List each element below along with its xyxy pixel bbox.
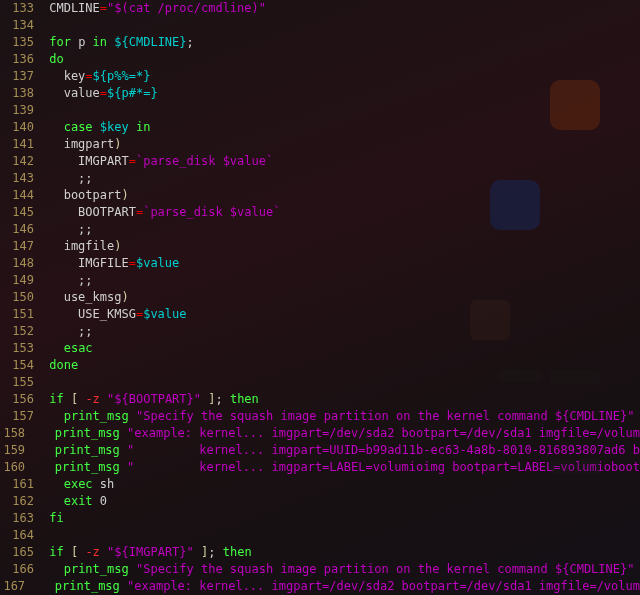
line-code[interactable]: case $key in bbox=[42, 119, 150, 136]
line-number: 153 bbox=[0, 340, 42, 357]
line-number: 139 bbox=[0, 102, 42, 119]
line-code[interactable]: imgfile) bbox=[42, 238, 121, 255]
code-line[interactable]: 154 done bbox=[0, 357, 640, 374]
code-line[interactable]: 164 bbox=[0, 527, 640, 544]
line-number: 159 bbox=[0, 442, 33, 459]
code-lines[interactable]: 133 CMDLINE="$(cat /proc/cmdline)"134135… bbox=[0, 0, 640, 595]
line-code[interactable]: print_msg "example: kernel... imgpart=/d… bbox=[33, 578, 640, 595]
line-code[interactable]: print_msg " kernel... imgpart=UUID=b99ad… bbox=[33, 442, 640, 459]
line-code[interactable]: fi bbox=[42, 510, 64, 527]
line-code[interactable]: print_msg " kernel... imgpart=LABEL=volu… bbox=[33, 459, 640, 476]
code-line[interactable]: 157 print_msg "Specify the squash image … bbox=[0, 408, 640, 425]
line-number: 145 bbox=[0, 204, 42, 221]
line-number: 135 bbox=[0, 34, 42, 51]
line-number: 163 bbox=[0, 510, 42, 527]
line-code[interactable]: BOOTPART=`parse_disk $value` bbox=[42, 204, 280, 221]
code-line[interactable]: 140 case $key in bbox=[0, 119, 640, 136]
line-number: 158 bbox=[0, 425, 33, 442]
line-number: 166 bbox=[0, 561, 42, 578]
line-code[interactable]: USE_KMSG=$value bbox=[42, 306, 187, 323]
line-number: 143 bbox=[0, 170, 42, 187]
line-number: 142 bbox=[0, 153, 42, 170]
line-code[interactable]: for p in ${CMDLINE}; bbox=[42, 34, 194, 51]
code-line[interactable]: 166 print_msg "Specify the squash image … bbox=[0, 561, 640, 578]
line-number: 162 bbox=[0, 493, 42, 510]
code-line[interactable]: 146 ;; bbox=[0, 221, 640, 238]
line-code[interactable]: use_kmsg) bbox=[42, 289, 129, 306]
line-number: 152 bbox=[0, 323, 42, 340]
line-number: 141 bbox=[0, 136, 42, 153]
line-number: 150 bbox=[0, 289, 42, 306]
line-number: 136 bbox=[0, 51, 42, 68]
line-code[interactable]: done bbox=[42, 357, 78, 374]
code-line[interactable]: 144 bootpart) bbox=[0, 187, 640, 204]
line-number: 147 bbox=[0, 238, 42, 255]
code-line[interactable]: 139 bbox=[0, 102, 640, 119]
line-code[interactable]: exec sh bbox=[42, 476, 114, 493]
line-code[interactable]: ;; bbox=[42, 170, 93, 187]
line-number: 151 bbox=[0, 306, 42, 323]
code-line[interactable]: 141 imgpart) bbox=[0, 136, 640, 153]
line-number: 160 bbox=[0, 459, 33, 476]
line-code[interactable]: bootpart) bbox=[42, 187, 129, 204]
code-editor[interactable]: 133 CMDLINE="$(cat /proc/cmdline)"134135… bbox=[0, 0, 640, 595]
code-line[interactable]: 160 print_msg " kernel... imgpart=LABEL=… bbox=[0, 459, 640, 476]
line-number: 167 bbox=[0, 578, 33, 595]
code-line[interactable]: 156 if [ -z "${BOOTPART}" ]; then bbox=[0, 391, 640, 408]
line-number: 155 bbox=[0, 374, 42, 391]
code-line[interactable]: 159 print_msg " kernel... imgpart=UUID=b… bbox=[0, 442, 640, 459]
code-line[interactable]: 162 exit 0 bbox=[0, 493, 640, 510]
line-code[interactable]: IMGFILE=$value bbox=[42, 255, 179, 272]
line-code[interactable]: print_msg "Specify the squash image part… bbox=[42, 561, 634, 578]
code-line[interactable]: 147 imgfile) bbox=[0, 238, 640, 255]
line-code[interactable]: IMGPART=`parse_disk $value` bbox=[42, 153, 273, 170]
line-number: 161 bbox=[0, 476, 42, 493]
code-line[interactable]: 135 for p in ${CMDLINE}; bbox=[0, 34, 640, 51]
line-number: 144 bbox=[0, 187, 42, 204]
code-line[interactable]: 145 BOOTPART=`parse_disk $value` bbox=[0, 204, 640, 221]
line-code[interactable]: value=${p#*=} bbox=[42, 85, 158, 102]
code-line[interactable]: 158 print_msg "example: kernel... imgpar… bbox=[0, 425, 640, 442]
line-code[interactable]: print_msg "example: kernel... imgpart=/d… bbox=[33, 425, 640, 442]
code-line[interactable]: 134 bbox=[0, 17, 640, 34]
line-number: 133 bbox=[0, 0, 42, 17]
line-code[interactable]: ;; bbox=[42, 221, 93, 238]
code-line[interactable]: 152 ;; bbox=[0, 323, 640, 340]
code-line[interactable]: 142 IMGPART=`parse_disk $value` bbox=[0, 153, 640, 170]
code-line[interactable]: 143 ;; bbox=[0, 170, 640, 187]
code-line[interactable]: 155 bbox=[0, 374, 640, 391]
line-number: 157 bbox=[0, 408, 42, 425]
code-line[interactable]: 167 print_msg "example: kernel... imgpar… bbox=[0, 578, 640, 595]
line-number: 165 bbox=[0, 544, 42, 561]
code-line[interactable]: 163 fi bbox=[0, 510, 640, 527]
code-line[interactable]: 153 esac bbox=[0, 340, 640, 357]
line-code[interactable]: print_msg "Specify the squash image part… bbox=[42, 408, 634, 425]
line-code[interactable]: do bbox=[42, 51, 64, 68]
line-number: 138 bbox=[0, 85, 42, 102]
line-number: 149 bbox=[0, 272, 42, 289]
code-line[interactable]: 138 value=${p#*=} bbox=[0, 85, 640, 102]
line-code[interactable]: imgpart) bbox=[42, 136, 121, 153]
code-line[interactable]: 151 USE_KMSG=$value bbox=[0, 306, 640, 323]
code-line[interactable]: 161 exec sh bbox=[0, 476, 640, 493]
code-line[interactable]: 148 IMGFILE=$value bbox=[0, 255, 640, 272]
code-line[interactable]: 149 ;; bbox=[0, 272, 640, 289]
line-number: 146 bbox=[0, 221, 42, 238]
line-number: 148 bbox=[0, 255, 42, 272]
code-line[interactable]: 165 if [ -z "${IMGPART}" ]; then bbox=[0, 544, 640, 561]
code-line[interactable]: 136 do bbox=[0, 51, 640, 68]
line-code[interactable]: ;; bbox=[42, 272, 93, 289]
line-code[interactable]: ;; bbox=[42, 323, 93, 340]
code-line[interactable]: 133 CMDLINE="$(cat /proc/cmdline)" bbox=[0, 0, 640, 17]
line-code[interactable]: exit 0 bbox=[42, 493, 107, 510]
code-line[interactable]: 150 use_kmsg) bbox=[0, 289, 640, 306]
line-code[interactable]: esac bbox=[42, 340, 93, 357]
line-number: 154 bbox=[0, 357, 42, 374]
line-number: 137 bbox=[0, 68, 42, 85]
line-number: 164 bbox=[0, 527, 42, 544]
code-line[interactable]: 137 key=${p%%=*} bbox=[0, 68, 640, 85]
line-code[interactable]: CMDLINE="$(cat /proc/cmdline)" bbox=[42, 0, 266, 17]
line-code[interactable]: key=${p%%=*} bbox=[42, 68, 150, 85]
line-code[interactable]: if [ -z "${IMGPART}" ]; then bbox=[42, 544, 252, 561]
line-code[interactable]: if [ -z "${BOOTPART}" ]; then bbox=[42, 391, 259, 408]
